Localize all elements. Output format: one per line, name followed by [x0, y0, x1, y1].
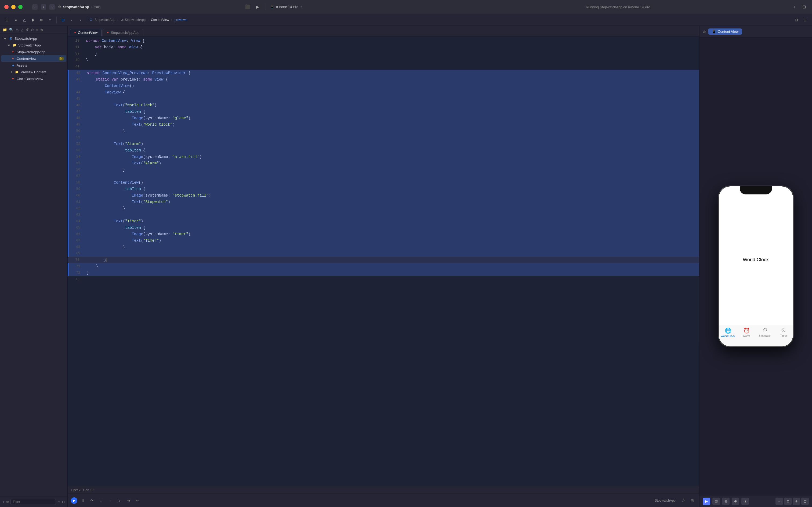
preview-panel: ⊕ 📱 Content View World Clock 🌐 World Cl	[699, 26, 812, 507]
folder-icon-2: 📁	[15, 70, 19, 74]
step-out-button[interactable]: ↑	[106, 497, 114, 504]
nav-left[interactable]: ‹	[68, 16, 75, 23]
issues-toggle[interactable]: △	[20, 16, 28, 23]
sidebar-app-label: StopwatchAppApp	[17, 50, 45, 54]
chevron-down-icon	[4, 37, 6, 41]
hierarchy-toggle[interactable]: ≡	[12, 16, 19, 23]
sidebar-icon-7: ≡	[36, 27, 38, 32]
navigator-toggle[interactable]: ⊟	[3, 16, 11, 23]
sidebar-item-circlebtn[interactable]: ✦ CircleButtonView	[1, 75, 66, 82]
zoom-fit-btn[interactable]: ⊙	[784, 498, 792, 505]
plus-icon: +	[3, 500, 5, 504]
sidebar-warning-btn[interactable]: ⚠	[57, 500, 60, 504]
debug-run-button[interactable]: ▶	[71, 497, 77, 504]
preview-layout-btn[interactable]: ⊡	[712, 498, 720, 505]
line-col-status: Line: 70 Col: 10	[71, 488, 94, 492]
code-line-68: 68 }	[68, 244, 699, 250]
tab-stopwatch[interactable]: ⏱ Stopwatch	[756, 327, 774, 337]
device-selector[interactable]: iPhone 14 Pro	[276, 5, 298, 9]
code-line-59: 59 .tabItem {	[68, 186, 699, 192]
code-editor[interactable]: 10 struct ContentView: View { 11 var bod…	[68, 37, 699, 486]
title-bar: ⊟ ‹ › ⚙ StopwatchApp › main ⬛ ▶ 📱 iPhone…	[0, 0, 812, 14]
asset-icon: ◈	[11, 63, 15, 67]
step-over-button[interactable]: ↷	[88, 497, 96, 504]
run-button[interactable]: ▶	[254, 3, 261, 11]
nav-right[interactable]: ›	[76, 16, 84, 23]
add-tab-button[interactable]: +	[791, 3, 798, 11]
code-line-54: 54 Image(systemName: "alarm.fill")	[68, 154, 699, 160]
bookmarks-toggle[interactable]: ⊕	[38, 16, 45, 23]
code-line-46: 46 Text("World Clock")	[68, 102, 699, 109]
code-line-55: 55 Text("Alarm")	[68, 160, 699, 167]
tab-alarm[interactable]: ⏰ Alarm	[737, 327, 756, 338]
sidebar-item-contentview[interactable]: ✦ ContentView M	[1, 55, 66, 62]
code-line-43: 43 static var previews: some View {	[68, 76, 699, 83]
code-line-44: 44 TabView {	[68, 89, 699, 96]
breadcrumb-project[interactable]: StopwatchApp	[95, 18, 115, 22]
tab-world-clock[interactable]: 🌐 World Clock	[719, 327, 737, 338]
sidebar-icon-8: ⊗	[40, 27, 43, 32]
sidebar-item-folder[interactable]: 📁 StopwatchApp	[1, 42, 66, 48]
tab-timer[interactable]: ⏲ Timer	[774, 327, 793, 337]
split-view-button[interactable]: ⊡	[800, 3, 808, 11]
code-line-53: 53 .tabItem {	[68, 147, 699, 154]
breadcrumb-file[interactable]: ContentView	[151, 18, 169, 22]
breadcrumb-sep-1: ›	[117, 18, 118, 22]
sidebar-item-preview-content[interactable]: 📁 Preview Content	[1, 69, 66, 75]
code-line-61: 61 Text("Stopwatch")	[68, 199, 699, 205]
warning-btn[interactable]: ⚠	[680, 497, 687, 504]
swift-icon-tab1: ✦	[74, 31, 76, 35]
preview-grid-btn[interactable]: ⊞	[722, 498, 730, 505]
main-layout: 📁 🔍 ⚠ △ ↺ ⊙ ≡ ⊗ ⊠ StopwatchApp	[0, 26, 812, 507]
step-into-button[interactable]: ↓	[97, 497, 105, 504]
content-view-button[interactable]: 📱 Content View	[708, 29, 742, 35]
preview-inspect-btn[interactable]: ⊕	[732, 498, 739, 505]
close-button[interactable]	[4, 5, 9, 9]
preview-run-btn[interactable]: ▶	[703, 498, 710, 505]
sidebar: 📁 🔍 ⚠ △ ↺ ⊙ ≡ ⊗ ⊠ StopwatchApp	[0, 26, 68, 507]
pause-button[interactable]: ⏸	[79, 497, 86, 504]
layout-toggle-2[interactable]: ⊞	[801, 16, 809, 23]
find-toggle[interactable]: ⌖	[46, 16, 54, 23]
tab-contentview[interactable]: ✦ ContentView	[70, 29, 102, 36]
structure-button[interactable]: ⊟	[59, 16, 67, 23]
breadcrumb-folder[interactable]: 🗂 StopwatchApp	[121, 18, 146, 22]
filter-input[interactable]	[10, 499, 56, 505]
stop-button[interactable]: ⬛	[244, 3, 251, 11]
sidebar-item-root[interactable]: ⊠ StopwatchApp	[1, 35, 66, 42]
tab-timer-label: Timer	[780, 334, 787, 337]
project-icon: ⊠	[9, 36, 13, 41]
code-line-contentview-call: ContentView()	[68, 83, 699, 89]
maximize-button[interactable]	[18, 5, 22, 9]
sidebar-item-app[interactable]: ✦ StopwatchAppApp	[1, 49, 66, 55]
zoom-actual-btn[interactable]: ◻	[801, 498, 809, 505]
code-line-56: 56 }	[68, 167, 699, 173]
backward-button[interactable]: ⇤	[134, 497, 141, 504]
code-line-60: 60 Image(systemName: "stopwatch.fill")	[68, 192, 699, 199]
zoom-in-btn[interactable]: +	[793, 498, 800, 505]
code-line-69: 69	[68, 250, 699, 257]
preview-info-btn[interactable]: ℹ	[741, 498, 749, 505]
layout-toggle-1[interactable]: ⊡	[793, 16, 800, 23]
code-line-66: 66 Image(systemName: "timer")	[68, 231, 699, 237]
sidebar-footer: + ⊕ ⚠ ⊡	[0, 497, 67, 507]
forward-button[interactable]: ⇥	[125, 497, 132, 504]
window-controls: ⊟ ‹ ›	[32, 4, 55, 10]
sidebar-toggle-button[interactable]: ⊟	[32, 4, 38, 10]
add-file-button[interactable]: +	[3, 500, 5, 504]
breadcrumb-icon: ⬡	[90, 18, 93, 21]
minimize-button[interactable]	[11, 5, 15, 9]
sidebar-sort-btn[interactable]: ⊡	[62, 500, 65, 504]
environment-toggle[interactable]: ⧫	[29, 16, 37, 23]
breadcrumb-section[interactable]: previews	[175, 18, 187, 22]
nav-forward-button[interactable]: ›	[49, 4, 55, 10]
code-line-72: 72 }	[68, 270, 699, 276]
continue-button[interactable]: ▷	[115, 497, 123, 504]
chevron-right-icon	[11, 70, 13, 74]
nav-back-button[interactable]: ‹	[41, 4, 46, 10]
preview-bottom: ▶ ⊡ ⊞ ⊕ ℹ − ⊙ + ◻	[699, 495, 812, 507]
grid-btn[interactable]: ⊞	[689, 497, 696, 504]
sidebar-item-assets[interactable]: ◈ Assets	[1, 62, 66, 68]
tab-stopwatchapp[interactable]: ✦ StopwatchAppApp	[103, 29, 143, 36]
zoom-out-btn[interactable]: −	[775, 498, 783, 505]
